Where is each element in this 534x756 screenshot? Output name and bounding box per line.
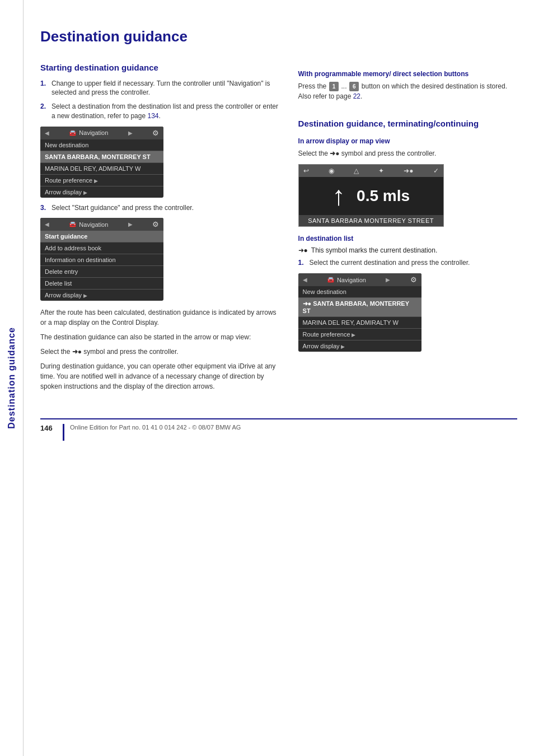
section2: Destination guidance, terminating/contin… (298, 118, 517, 352)
step-2-num: 2. (40, 102, 48, 121)
mem-btn-6: 6 (349, 82, 359, 91)
ad-direction-arrow: ↑ (332, 183, 345, 209)
nav-item-santa-barbara: SANTA BARBARA, MONTERREY ST (40, 151, 163, 163)
nav-ui-3: ◀ 🚘 Navigation ▶ ⚙ New destination ➜● SA… (298, 273, 421, 352)
nav-item-arrow-display-3: Arrow display (298, 340, 421, 352)
nav-title-2: Navigation (79, 221, 108, 228)
step-1-text: Change to upper field if necessary. Turn… (51, 79, 282, 98)
sub2-step-1-num: 1. (298, 258, 306, 268)
mem-btn-1: 1 (329, 82, 339, 91)
nav-settings-icon-2: ⚙ (152, 220, 159, 228)
main-content: Destination guidance Starting destinatio… (24, 0, 534, 463)
ellipsis: ... (341, 82, 347, 90)
step-2: 2. Select a destination from the destina… (40, 102, 282, 121)
link-22[interactable]: 22 (353, 92, 360, 100)
ad-icon-check: ✓ (433, 167, 439, 175)
footer-divider (63, 424, 64, 441)
sub2-heading: In destination list (298, 235, 517, 242)
page-number: 146 (40, 424, 57, 432)
body-text-4: During destination guidance, you can ope… (40, 361, 282, 391)
nav-item-new-dest-3: New destination (298, 286, 421, 298)
right-section1-heading: With programmable memory/ direct selecti… (298, 70, 517, 78)
sidebar: Destination guidance (0, 0, 24, 756)
bullet-item: ➜● This symbol marks the current destina… (298, 246, 517, 255)
step-1: 1. Change to upper field if necessary. T… (40, 79, 282, 98)
nav-item-marina: MARINA DEL REY, ADMIRALTY W (40, 163, 163, 175)
nav-header-2: ◀ 🚘 Navigation ▶ ⚙ (40, 218, 163, 231)
step-3-text: Select "Start guidance" and press the co… (51, 203, 194, 213)
body-press-text: Press the (298, 82, 327, 90)
body-text-3: Select the ➜● symbol and press the contr… (40, 347, 282, 357)
step-2-text: Select a destination from the destinatio… (51, 102, 282, 121)
nav-right-arrow: ▶ (128, 130, 133, 136)
step3-list: 3. Select "Start guidance" and press the… (40, 203, 282, 213)
step-3-num: 3. (40, 203, 48, 213)
nav-item-delete-entry: Delete entry (40, 266, 163, 278)
ad-main: ↑ 0.5 mls (299, 177, 443, 215)
ad-toolbar: ↩ ◉ △ ✦ ➜● ✓ (299, 165, 443, 177)
section1-heading: Starting destination guidance (40, 62, 282, 73)
nav-title-3: Navigation (337, 277, 366, 283)
right-column: With programmable memory/ direct selecti… (298, 62, 517, 396)
nav-item-arrow-display: Arrow display (40, 186, 163, 198)
steps-list: 1. Change to upper field if necessary. T… (40, 79, 282, 121)
ad-distance: 0.5 mls (357, 187, 410, 205)
nav-car-icon: 🚘 (69, 129, 77, 137)
nav-left-arrow-3: ◀ (303, 277, 307, 283)
page-title: Destination guidance (40, 28, 517, 45)
ad-street-name: SANTA BARBARA MONTERREY STREET (299, 215, 443, 226)
nav-settings-icon: ⚙ (152, 129, 159, 137)
nav-ui-2: ◀ 🚘 Navigation ▶ ⚙ Start guidance Add to… (40, 218, 163, 301)
nav-title-1: Navigation (79, 129, 108, 136)
nav-header-1: ◀ 🚘 Navigation ▶ ⚙ (40, 127, 163, 139)
sidebar-label: Destination guidance (7, 327, 17, 429)
ad-icon-sound: ◉ (329, 167, 334, 175)
footer: 146 Online Edition for Part no. 01 41 0 … (40, 418, 517, 441)
nav-item-delete-list: Delete list (40, 278, 163, 290)
bullet-arrow: ➜● (298, 246, 308, 255)
bullet-list: ➜● This symbol marks the current destina… (298, 246, 517, 255)
ad-icon-nav: ➜● (404, 167, 413, 175)
sub2-step-1: 1. Select the current destination and pr… (298, 258, 517, 268)
step-3: 3. Select "Start guidance" and press the… (40, 203, 282, 213)
nav-settings-icon-3: ⚙ (410, 276, 417, 284)
nav-car-icon-2: 🚘 (69, 221, 77, 228)
nav-right-arrow-3: ▶ (386, 277, 390, 283)
right-section1-body: Press the 1 ... 6 button on which the de… (298, 81, 517, 101)
ad-icon-back: ↩ (303, 167, 309, 175)
nav-item-marina-3: MARINA DEL REY, ADMIRALTY W (298, 317, 421, 329)
columns-layout: Starting destination guidance 1. Change … (40, 62, 517, 396)
nav-left-arrow: ◀ (45, 130, 49, 136)
nav-item-info-dest: Information on destination (40, 254, 163, 266)
arrow-display-mockup: ↩ ◉ △ ✦ ➜● ✓ ↑ 0.5 mls SANTA BARBARA MON… (298, 164, 444, 227)
left-column: Starting destination guidance 1. Change … (40, 62, 282, 396)
nav-car-icon-3: 🚘 (327, 276, 335, 283)
link-134[interactable]: 134 (147, 112, 158, 120)
sub1-heading: In arrow display or map view (298, 137, 517, 145)
step-1-num: 1. (40, 79, 48, 98)
nav-item-new-dest: New destination (40, 139, 163, 151)
bullet-text: This symbol marks the current destinatio… (311, 246, 437, 255)
sub2-step-1-text: Select the current destination and press… (310, 258, 470, 268)
footer-copyright: Online Edition for Part no. 01 41 0 014 … (70, 424, 241, 431)
ad-icon-alert: △ (354, 167, 359, 175)
nav-header-3: ◀ 🚘 Navigation ▶ ⚙ (298, 273, 421, 286)
sub1-body: Select the ➜● symbol and press the contr… (298, 148, 517, 158)
nav-left-arrow-2: ◀ (45, 221, 49, 227)
sub2-steps: 1. Select the current destination and pr… (298, 258, 517, 268)
body-text-1: After the route has been calculated, des… (40, 307, 282, 328)
body-text-2: The destination guidance can also be sta… (40, 332, 282, 342)
nav-right-arrow-2: ▶ (128, 221, 133, 227)
nav-item-add-address: Add to address book (40, 242, 163, 254)
nav-ui-1: ◀ 🚘 Navigation ▶ ⚙ New destination SANTA… (40, 127, 163, 198)
nav-item-route-pref: Route preference (40, 175, 163, 186)
nav-item-route-pref-3: Route preference (298, 329, 421, 340)
nav-item-arrow-display-2: Arrow display (40, 290, 163, 301)
ad-icon-star: ✦ (378, 167, 384, 175)
nav-item-start-guidance: Start guidance (40, 231, 163, 242)
section2-heading: Destination guidance, terminating/contin… (298, 118, 517, 129)
nav-item-santa-barbara-3: ➜● SANTA BARBARA, MONTERREY ST (298, 298, 421, 317)
